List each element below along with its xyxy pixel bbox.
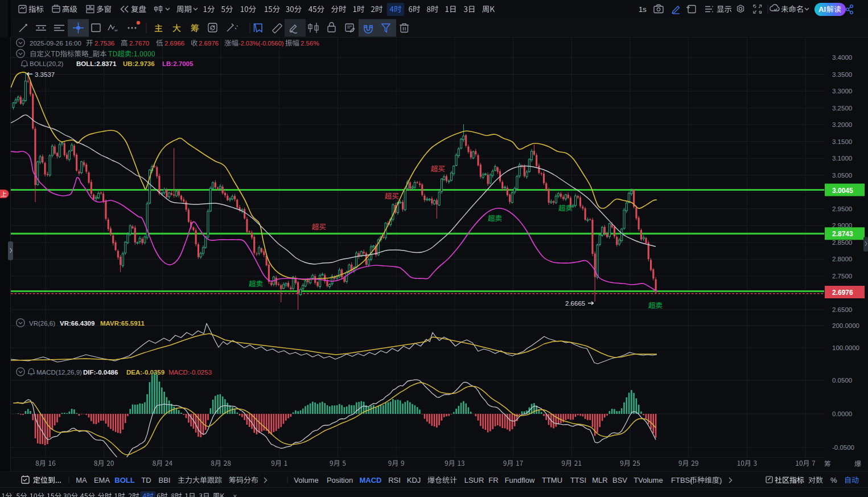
svg-text:3.2000: 3.2000 [832, 121, 852, 128]
svg-text:-2.03%(-0.0560): -2.03%(-0.0560) [238, 40, 284, 47]
svg-text:3.1500: 3.1500 [832, 138, 852, 145]
svg-text:×: × [233, 492, 237, 497]
svg-text:MA: MA [76, 476, 87, 484]
svg-text:LSUR: LSUR [464, 476, 484, 484]
svg-text:3.0045: 3.0045 [832, 187, 853, 195]
svg-text:TD: TD [141, 476, 151, 484]
svg-text:3.3500: 3.3500 [832, 71, 852, 78]
svg-text:Volume: Volume [294, 476, 318, 484]
svg-text:3.4000: 3.4000 [832, 54, 852, 61]
svg-text:2.6500: 2.6500 [832, 306, 852, 313]
svg-text:TTSI: TTSI [570, 476, 586, 484]
svg-text:VR(26,6): VR(26,6) [29, 320, 55, 327]
svg-text:DIF:-0.0486: DIF:-0.0486 [83, 369, 118, 376]
svg-text:2.56%: 2.56% [301, 40, 319, 47]
svg-text:2.8743: 2.8743 [832, 230, 853, 238]
svg-text:MAVR:65.5911: MAVR:65.5911 [100, 320, 145, 327]
svg-text:2.9500: 2.9500 [832, 206, 852, 212]
svg-text:0.0000: 0.0000 [832, 410, 852, 417]
svg-text:∞: ∞ [114, 28, 118, 33]
svg-text:BOLL(20,2): BOLL(20,2) [30, 60, 64, 67]
svg-text:BOLL: BOLL [114, 476, 134, 484]
svg-text:UB:2.9736: UB:2.9736 [123, 60, 155, 67]
svg-text:3.3537: 3.3537 [35, 71, 55, 78]
svg-text:AI: AI [818, 5, 826, 14]
svg-text:TTMU: TTMU [542, 476, 562, 484]
svg-text:2.6966: 2.6966 [164, 40, 184, 47]
svg-text:KDJ: KDJ [407, 476, 421, 484]
svg-text:VR:66.4309: VR:66.4309 [60, 320, 94, 327]
svg-text:TVolume: TVolume [633, 476, 663, 484]
svg-text:2.7536: 2.7536 [94, 40, 114, 47]
svg-text:LB:2.7005: LB:2.7005 [162, 60, 194, 67]
svg-text:2.6976: 2.6976 [832, 289, 853, 297]
svg-text:2.6665: 2.6665 [565, 300, 585, 307]
svg-text:2.8000: 2.8000 [832, 256, 852, 262]
svg-text:DEA:-0.0359: DEA:-0.0359 [126, 369, 164, 376]
svg-text:MLR: MLR [592, 476, 607, 484]
svg-text:BOLL:2.8371: BOLL:2.8371 [76, 60, 117, 67]
svg-text:EMA: EMA [94, 476, 110, 484]
svg-text:FR: FR [488, 476, 498, 484]
svg-text:): ) [719, 476, 722, 484]
svg-text:3.3000: 3.3000 [832, 88, 852, 95]
svg-text:%: % [830, 476, 837, 484]
svg-text:BBI: BBI [159, 476, 171, 484]
svg-text:0.0500: 0.0500 [832, 377, 852, 384]
svg-text:FTBS(: FTBS( [671, 476, 693, 484]
svg-text:2.6976: 2.6976 [199, 40, 219, 47]
svg-text:1s: 1s [639, 5, 647, 14]
svg-text:2.7500: 2.7500 [832, 273, 852, 280]
svg-text:2025-09-26 16:00: 2025-09-26 16:00 [30, 40, 81, 47]
svg-text:MACD: MACD [360, 476, 382, 484]
svg-text:BSV: BSV [612, 476, 627, 484]
svg-text:RSI: RSI [388, 476, 401, 484]
svg-text:2.7670: 2.7670 [129, 40, 149, 47]
svg-text:MACD(12,26,9): MACD(12,26,9) [36, 369, 82, 376]
svg-text:3.1000: 3.1000 [832, 155, 852, 162]
svg-text:Position: Position [327, 476, 353, 484]
svg-text:-0.0500: -0.0500 [832, 444, 854, 451]
svg-text:3.0500: 3.0500 [832, 172, 852, 179]
svg-text:MACD:-0.0253: MACD:-0.0253 [168, 369, 212, 376]
svg-text:3.2500: 3.2500 [832, 105, 852, 112]
svg-text:200.0000: 200.0000 [832, 322, 859, 329]
svg-text:100.0000: 100.0000 [832, 344, 859, 351]
svg-text:2.8500: 2.8500 [832, 239, 852, 246]
svg-text:Fundflow: Fundflow [505, 476, 535, 484]
